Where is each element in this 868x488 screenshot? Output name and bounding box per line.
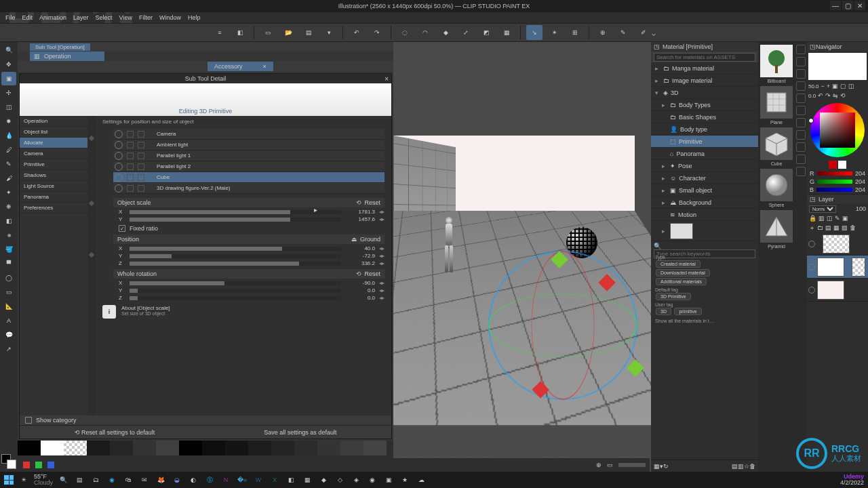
cat-light-source[interactable]: Light Source bbox=[20, 181, 87, 192]
menu-edit[interactable]: Edit bbox=[22, 14, 33, 21]
window-close[interactable]: ✕ bbox=[854, 1, 865, 10]
rot-r-icon[interactable]: ↷ bbox=[825, 92, 831, 99]
foreground-background-color[interactable] bbox=[1, 454, 16, 469]
tree-panorama[interactable]: ⌂Panorama bbox=[651, 148, 758, 160]
dock-layer-icon[interactable] bbox=[796, 142, 806, 152]
dock-timeline-icon[interactable] bbox=[796, 167, 806, 176]
default-tag[interactable]: 3D Primitive bbox=[656, 293, 691, 300]
mini-fg[interactable] bbox=[829, 161, 837, 169]
zoom-in-icon[interactable]: + bbox=[827, 83, 830, 89]
taskbar-onenote-icon[interactable]: N bbox=[220, 474, 232, 486]
tree-primitive[interactable]: ⬚Primitive bbox=[651, 136, 758, 148]
tool-move-icon[interactable]: ✥ bbox=[1, 58, 16, 71]
layer-new-icon[interactable]: ＋ bbox=[809, 224, 815, 232]
taskbar-clock[interactable]: Udemy 4/2/2022 bbox=[840, 474, 864, 486]
tree-preview[interactable]: ▸ bbox=[651, 221, 758, 241]
taskbar-search-icon[interactable]: 🔍 bbox=[57, 474, 69, 486]
cmd-smartphone-icon[interactable]: ✎ bbox=[615, 25, 631, 40]
cmd-menu-icon[interactable]: ≡ bbox=[212, 25, 228, 40]
status-zoom-icon[interactable]: ⊕ bbox=[596, 462, 601, 468]
cat-primitive[interactable]: Primitive bbox=[20, 159, 87, 170]
slider-scale-x[interactable]: X 1781.3◂▸ bbox=[119, 209, 384, 215]
checkbox-fixed-ratio[interactable]: ✓Fixed ratio bbox=[119, 225, 384, 232]
spine-knob[interactable] bbox=[89, 252, 94, 258]
tool-airbrush-icon[interactable]: ✦ bbox=[1, 186, 16, 199]
layer-row-selected[interactable] bbox=[807, 256, 868, 279]
matdel-icon[interactable]: 🗑 bbox=[749, 463, 755, 470]
cat-allocate[interactable]: Allocate bbox=[20, 138, 87, 148]
cmd-undo-icon[interactable]: ↶ bbox=[349, 25, 365, 40]
start-button[interactable] bbox=[4, 475, 14, 485]
tool-gradient-icon[interactable]: ▀ bbox=[1, 257, 16, 270]
mini-bg[interactable] bbox=[838, 161, 846, 169]
tree-3d[interactable]: ▾◈3D bbox=[651, 87, 758, 99]
taskbar-edge-icon[interactable]: ◉ bbox=[106, 474, 118, 486]
flip-icon[interactable]: ⇋ bbox=[833, 92, 838, 99]
dialog-close-icon[interactable]: × bbox=[384, 75, 389, 83]
layer-combine-icon[interactable]: ▧ bbox=[842, 224, 848, 231]
zoom-out-icon[interactable]: − bbox=[821, 83, 825, 89]
tool-blend-icon[interactable]: ⎈ bbox=[1, 228, 16, 242]
layer-trans-icon[interactable]: ▤ bbox=[825, 224, 831, 231]
angle-value[interactable]: 0.0 bbox=[808, 93, 816, 99]
cmd-save-icon[interactable]: ▤ bbox=[300, 25, 317, 40]
tree-image[interactable]: ▸🗀Image material bbox=[651, 75, 758, 87]
window-min[interactable]: — bbox=[830, 1, 841, 10]
layer-newfolder-icon[interactable]: 🗀 bbox=[817, 224, 823, 231]
swatch[interactable] bbox=[110, 441, 133, 455]
swatch[interactable] bbox=[87, 441, 110, 455]
status-page-icon[interactable]: ▭ bbox=[607, 462, 613, 468]
cmd-dropdown-icon[interactable]: ▾ bbox=[321, 25, 337, 40]
matlayer-icon[interactable]: ▤ bbox=[732, 463, 738, 470]
swatch[interactable] bbox=[294, 441, 317, 455]
scene-row[interactable]: Camera bbox=[113, 129, 384, 140]
show-category-checkbox[interactable]: Show category bbox=[36, 417, 77, 424]
thumb-cube[interactable]: Cube bbox=[760, 127, 793, 166]
cmd-3d-icon[interactable]: ◩ bbox=[478, 25, 494, 40]
matrefresh-icon[interactable]: ↻ bbox=[663, 463, 669, 470]
type-tag[interactable]: Created material bbox=[656, 260, 701, 268]
rgb-r[interactable]: 204 bbox=[855, 170, 865, 177]
tree-pose[interactable]: ▸✦Pose bbox=[651, 160, 758, 172]
scene-row[interactable]: Parallel light 2 bbox=[113, 161, 384, 172]
spine-knob[interactable] bbox=[89, 136, 94, 141]
3d-manipulator[interactable] bbox=[488, 251, 637, 400]
zoom-value[interactable]: 50.0 bbox=[808, 83, 819, 89]
tool-eyedropper-icon[interactable]: 💧 bbox=[1, 129, 16, 142]
matprops-icon[interactable]: ▥ bbox=[738, 463, 744, 470]
taskbar-mail-icon[interactable]: ✉ bbox=[138, 474, 151, 486]
cmd-redo-icon[interactable]: ↷ bbox=[369, 25, 385, 40]
layer-clip-icon[interactable]: ▥ bbox=[818, 215, 825, 222]
cat-shadows[interactable]: Shadows bbox=[20, 170, 87, 181]
cat-object-list[interactable]: Object list bbox=[20, 127, 87, 138]
tool-fill-icon[interactable]: 🪣 bbox=[1, 243, 16, 256]
layer-del-icon[interactable]: 🗑 bbox=[850, 224, 856, 231]
slider-rot-x[interactable]: X-90.0◂▸ bbox=[119, 280, 384, 286]
save-all-button[interactable]: Save all settings as default bbox=[264, 429, 336, 436]
swatch[interactable] bbox=[179, 441, 202, 455]
swatch[interactable] bbox=[41, 441, 64, 455]
tool-magnify-icon[interactable]: 🔍 bbox=[1, 43, 16, 57]
slider-rot-y[interactable]: Y0.0◂▸ bbox=[119, 287, 384, 293]
tool-ruler-icon[interactable]: 📐 bbox=[1, 300, 16, 313]
menu-animation[interactable]: Animation bbox=[39, 14, 66, 21]
slider-pos-x[interactable]: X40.0◂▸ bbox=[119, 245, 384, 251]
tree-motion[interactable]: ≋Motion bbox=[651, 209, 758, 221]
scene-row-selected[interactable]: Cube bbox=[113, 172, 384, 183]
fitall-icon[interactable]: ◫ bbox=[848, 83, 854, 89]
menu-select[interactable]: Select bbox=[96, 14, 113, 21]
cmd-grid-icon[interactable]: ▦ bbox=[498, 25, 515, 40]
type-tag[interactable]: Downloaded material bbox=[656, 269, 710, 277]
layer-row[interactable] bbox=[807, 279, 868, 302]
taskbar-app2-icon[interactable]: ◆ bbox=[317, 474, 330, 486]
thumb-pyramid[interactable]: Pyramid bbox=[760, 210, 793, 249]
dropdown-accessory[interactable]: Accessory bbox=[208, 62, 273, 71]
background-color[interactable] bbox=[7, 460, 16, 469]
rgb-b[interactable]: 204 bbox=[855, 186, 865, 193]
cmd-snap-grid-icon[interactable]: ⊞ bbox=[567, 25, 583, 40]
taskbar-app1-icon[interactable]: ▦ bbox=[301, 474, 313, 486]
tree-bodytype[interactable]: 👤Body type bbox=[651, 123, 758, 136]
menu-file[interactable]: File bbox=[5, 14, 16, 21]
cmd-cut-sel-icon[interactable]: ◠ bbox=[417, 25, 433, 40]
reset-scale-button[interactable]: ⟲ Reset bbox=[356, 199, 380, 206]
